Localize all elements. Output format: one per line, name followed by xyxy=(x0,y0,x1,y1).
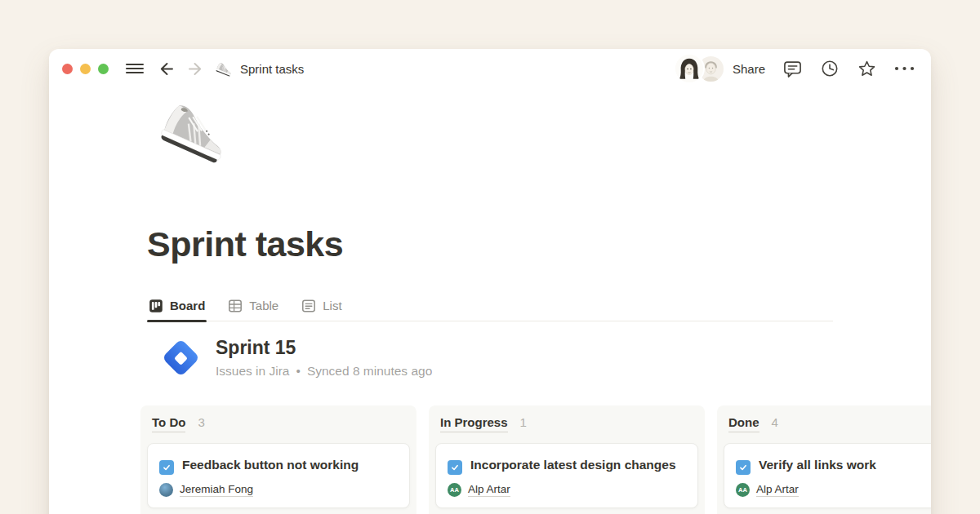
card-title-row: Incorporate latest design changes xyxy=(448,454,686,476)
card-title-row: Feedback button not working xyxy=(159,454,398,476)
assignee-name: Jeremiah Fong xyxy=(180,483,253,497)
assignee-chip[interactable]: AA Alp Artar xyxy=(736,483,931,497)
board-view-icon xyxy=(149,299,163,313)
kanban-board: To Do 3 Feedback button not working Jere… xyxy=(140,405,931,514)
database-synced-time: Synced 8 minutes ago xyxy=(307,364,432,379)
ellipsis-icon[interactable] xyxy=(894,66,915,71)
presence-avatars[interactable] xyxy=(675,55,723,82)
card-feedback-button[interactable]: Feedback button not working Jeremiah Fon… xyxy=(147,443,410,508)
page-title[interactable]: Sprint tasks xyxy=(147,224,343,264)
tab-table[interactable]: Table xyxy=(226,290,280,321)
bullet-separator: • xyxy=(296,364,300,379)
database-sync-status: Issues in Jira • Synced 8 minutes ago xyxy=(216,364,432,379)
checkbox-checked-icon[interactable] xyxy=(736,460,751,475)
star-icon[interactable] xyxy=(857,59,877,79)
column-name[interactable]: To Do xyxy=(152,415,185,432)
card-verify-links[interactable]: Verify all links work AA Alp Artar xyxy=(724,443,931,508)
view-tabs: Board Table List xyxy=(147,290,833,321)
tab-board-label: Board xyxy=(170,299,205,312)
card-title: Verify all links work xyxy=(759,458,876,472)
column-done: Done 4 Verify all links work AA Alp Arta… xyxy=(717,405,931,514)
card-title: Incorporate latest design changes xyxy=(470,458,676,472)
column-in-progress: In Progress 1 Incorporate latest design … xyxy=(429,405,705,514)
column-header: To Do 3 xyxy=(147,415,410,432)
tab-table-label: Table xyxy=(249,299,278,312)
card-title: Feedback button not working xyxy=(182,458,359,472)
close-button[interactable] xyxy=(62,64,73,74)
assignee-avatar: AA xyxy=(448,483,461,497)
app-window: Sprint tasks xyxy=(49,49,931,514)
arrow-left-icon xyxy=(156,60,175,78)
zoom-button[interactable] xyxy=(98,64,109,74)
assignee-chip[interactable]: AA Alp Artar xyxy=(448,483,686,497)
tab-list[interactable]: List xyxy=(300,290,343,321)
checkbox-checked-icon[interactable] xyxy=(448,460,462,475)
column-name[interactable]: In Progress xyxy=(440,415,508,432)
column-count: 4 xyxy=(772,415,778,429)
tab-list-label: List xyxy=(323,299,341,312)
forward-button[interactable] xyxy=(187,60,206,78)
back-button[interactable] xyxy=(156,60,175,78)
comment-icon[interactable] xyxy=(782,59,803,79)
jira-logo-icon xyxy=(160,337,201,378)
topbar: Sprint tasks xyxy=(49,49,931,88)
sneaker-icon xyxy=(214,60,234,78)
checkbox-checked-icon[interactable] xyxy=(159,460,174,475)
tab-board[interactable]: Board xyxy=(147,290,207,321)
window-controls xyxy=(62,64,109,74)
avatar-woman xyxy=(675,55,703,82)
column-header: In Progress 1 xyxy=(435,415,698,432)
breadcrumb[interactable]: Sprint tasks xyxy=(216,62,304,76)
assignee-name: Alp Artar xyxy=(756,483,799,497)
sidebar-toggle-button[interactable] xyxy=(126,64,144,74)
card-title-row: Verify all links work xyxy=(736,454,931,476)
column-header: Done 4 xyxy=(724,415,931,432)
list-view-icon xyxy=(301,299,316,313)
clock-icon[interactable] xyxy=(820,59,840,78)
page-icon-sneaker[interactable] xyxy=(144,95,237,188)
breadcrumb-title: Sprint tasks xyxy=(240,62,304,76)
share-button[interactable]: Share xyxy=(733,62,765,76)
database-title[interactable]: Sprint 15 xyxy=(216,336,432,360)
assignee-avatar: AA xyxy=(736,483,750,497)
table-view-icon xyxy=(228,299,243,313)
column-count: 3 xyxy=(198,415,204,429)
card-design-changes[interactable]: Incorporate latest design changes AA Alp… xyxy=(435,443,698,508)
column-count: 1 xyxy=(520,415,527,429)
database-source: Issues in Jira xyxy=(216,364,289,379)
assignee-chip[interactable]: Jeremiah Fong xyxy=(159,483,398,497)
assignee-avatar xyxy=(159,483,173,497)
database-header: Sprint 15 Issues in Jira • Synced 8 minu… xyxy=(160,336,432,379)
column-name[interactable]: Done xyxy=(728,415,760,432)
minimize-button[interactable] xyxy=(80,64,91,74)
arrow-right-icon xyxy=(187,60,206,78)
assignee-name: Alp Artar xyxy=(468,483,510,497)
column-to-do: To Do 3 Feedback button not working Jere… xyxy=(140,405,416,514)
